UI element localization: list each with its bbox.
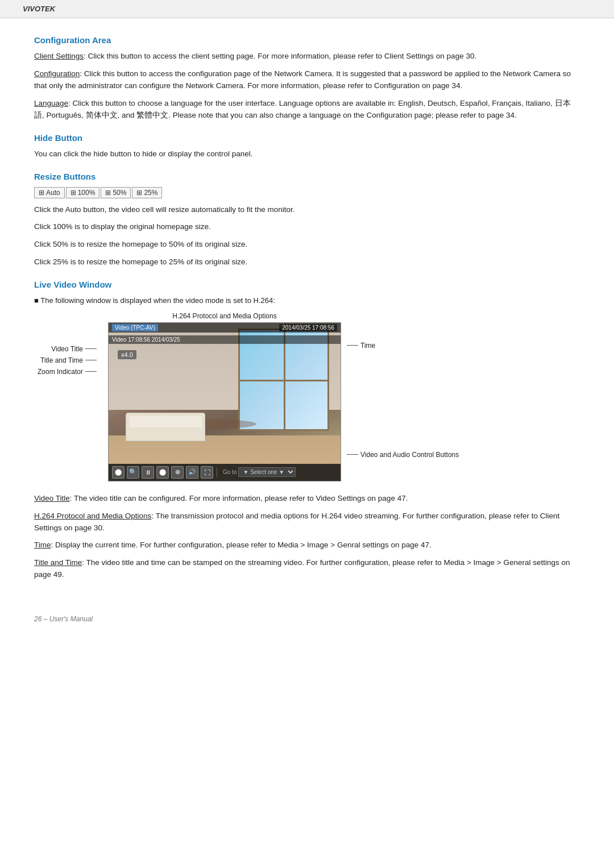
sofa-element <box>126 413 205 441</box>
video-frame-container: H.264 Protocol and Media Options Video (… <box>108 312 341 481</box>
left-label-title-time: Title and Time <box>34 356 108 364</box>
resize-buttons-title: Resize Buttons <box>34 172 580 181</box>
left-label-zoom: Zoom Indicator <box>34 368 108 376</box>
left-label-video-title: Video Title <box>34 345 108 353</box>
resize-desc-25: Click 25% is to resize the homepage to 2… <box>34 256 580 268</box>
resize-100-button[interactable]: ⊞ 100% <box>66 187 100 198</box>
page-header: VIVOTEK <box>0 0 614 18</box>
goto-bar: Go to ▼ Select one ▼ <box>223 467 296 477</box>
resize-100-label: 100% <box>78 189 96 197</box>
video-title-desc-label: Video Title <box>34 494 70 502</box>
time-right-label: Time <box>360 342 375 350</box>
live-video-window-title: Live Video Window <box>34 280 580 289</box>
video-top-bar: Video (TPC-AV) 2014/03/25 17:08:56 <box>109 323 341 333</box>
configuration-para: Configuration: Click this button to acce… <box>34 68 580 92</box>
h264-desc-label: H.264 Protocol and Media Options <box>34 512 151 520</box>
hide-button-text: You can click the hide button to hide or… <box>34 148 580 160</box>
page-footer: 26 – User's Manual <box>0 609 614 634</box>
video-title-desc: Video Title: The video title can be conf… <box>34 493 580 505</box>
resize-auto-button[interactable]: ⊞ Auto <box>34 187 65 198</box>
time-desc-text: : Display the current time. For further … <box>51 541 432 549</box>
video-diagram-wrapper: Video Title Title and Time Zoom Indicato… <box>34 312 580 481</box>
resize-25-icon: ⊞ <box>136 189 142 197</box>
configuration-text: : Click this button to access the config… <box>34 69 571 90</box>
right-labels-container: Time Video and Audio Control Buttons <box>341 312 459 459</box>
resize-buttons-section: Resize Buttons ⊞ Auto ⊞ 100% ⊞ 50% ⊞ 25%… <box>34 172 580 269</box>
language-para: Language: Click this button to choose a … <box>34 98 580 122</box>
h264-options-label: H.264 Protocol and Media Options <box>108 312 341 320</box>
zoom-indicator-label-text: Zoom Indicator <box>34 368 85 376</box>
ctrl-ptz-button[interactable]: ⊕ <box>171 466 184 479</box>
video-title-time-bar: Video 17:08:56 2014/03/25 <box>109 335 341 344</box>
window-frame-element <box>238 329 329 431</box>
time-desc: Time: Display the current time. For furt… <box>34 539 580 551</box>
resize-25-label: 25% <box>144 189 157 197</box>
video-frame: Video (TPC-AV) 2014/03/25 17:08:56 Video… <box>108 322 341 481</box>
resize-50-label: 50% <box>113 189 126 197</box>
configuration-label: Configuration <box>34 69 80 78</box>
live-video-intro-text: ■ The following window is displayed when… <box>34 296 275 305</box>
video-audio-label: Video and Audio Control Buttons <box>360 451 459 459</box>
language-label: Language <box>34 99 68 107</box>
video-title-badge: Video (TPC-AV) <box>112 324 158 331</box>
title-time-connector <box>85 360 97 360</box>
title-and-time-label-text: Title and Time <box>34 356 85 364</box>
resize-25-button[interactable]: ⊞ 25% <box>132 187 162 198</box>
title-time-desc: Title and Time: The video title and time… <box>34 557 580 581</box>
resize-50-button[interactable]: ⊞ 50% <box>101 187 131 198</box>
video-audio-connector <box>347 454 358 455</box>
ctrl-snapshot-button[interactable]: 🔍 <box>127 466 139 479</box>
resize-desc-auto: Click the Auto button, the video cell wi… <box>34 204 580 216</box>
zoom-connector <box>85 371 97 372</box>
client-settings-text: : Click this button to access the client… <box>84 52 476 60</box>
brand-name: VIVOTEK <box>23 5 55 13</box>
left-labels-container: Video Title Title and Time Zoom Indicato… <box>34 312 108 376</box>
resize-auto-icon: ⊞ <box>39 189 44 197</box>
resize-50-icon: ⊞ <box>105 189 111 197</box>
ctrl-pause-button[interactable]: ⏸ <box>142 466 154 479</box>
right-label-video-audio: Video and Audio Control Buttons <box>347 451 459 459</box>
ctrl-stop-button[interactable]: ⬤ <box>156 466 169 479</box>
ctrl-record-button[interactable]: ⬤ <box>112 466 125 479</box>
resize-buttons-row: ⊞ Auto ⊞ 100% ⊞ 50% ⊞ 25% <box>34 187 580 198</box>
client-settings-para: Client Settings: Click this button to ac… <box>34 51 580 63</box>
video-title-label-text: Video Title <box>34 345 85 353</box>
hide-button-title: Hide Button <box>34 133 580 143</box>
video-title-desc-text: : The video title can be configured. For… <box>70 494 408 502</box>
video-bottom-controls: ⬤ 🔍 ⏸ ⬤ ⊕ 🔊 ⛶ Go to ▼ Select one ▼ <box>109 464 341 481</box>
ctrl-fullscreen-button[interactable]: ⛶ <box>201 466 213 479</box>
client-settings-label: Client Settings <box>34 52 84 60</box>
h264-desc: H.264 Protocol and Media Options: The tr… <box>34 510 580 534</box>
configuration-area-title: Configuration Area <box>34 35 580 45</box>
ctrl-audio-button[interactable]: 🔊 <box>186 466 198 479</box>
video-time-badge: 2014/03/25 17:08:56 <box>279 324 337 331</box>
goto-text: Go to <box>223 469 237 475</box>
language-text: : Click this button to choose a language… <box>34 99 571 119</box>
hide-button-section: Hide Button You can click the hide butto… <box>34 133 580 160</box>
zoom-indicator: x4.0 <box>118 350 136 359</box>
live-video-window-section: Live Video Window ■ The following window… <box>34 280 580 581</box>
resize-desc-50: Click 50% is to resize the homepage to 5… <box>34 239 580 251</box>
resize-auto-label: Auto <box>46 189 60 197</box>
time-desc-label: Time <box>34 541 51 549</box>
resize-desc-100: Click 100% is to display the original ho… <box>34 221 580 233</box>
goto-select[interactable]: ▼ Select one ▼ <box>238 467 296 477</box>
video-title-connector <box>85 348 97 349</box>
right-label-time: Time <box>347 342 459 350</box>
time-right-connector <box>347 345 358 346</box>
live-video-intro: ■ The following window is displayed when… <box>34 295 580 306</box>
footer-text: 26 – User's Manual <box>34 615 93 623</box>
configuration-area-section: Configuration Area Client Settings: Clic… <box>34 35 580 122</box>
ctrl-separator <box>217 468 217 477</box>
title-time-desc-text: : The video title and time can be stampe… <box>34 558 570 579</box>
resize-100-icon: ⊞ <box>70 189 76 197</box>
title-time-desc-label: Title and Time <box>34 558 82 567</box>
